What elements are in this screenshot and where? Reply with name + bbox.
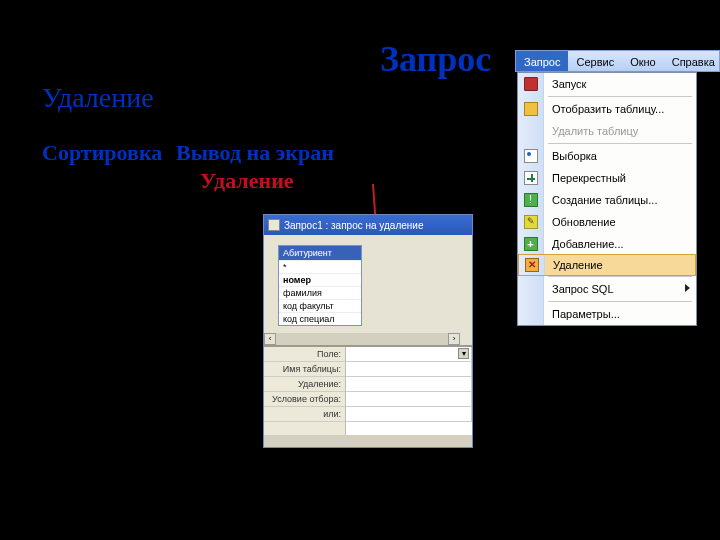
- menu-item-label: Запрос SQL: [544, 283, 696, 295]
- menu-item-label: Создание таблицы...: [544, 194, 696, 206]
- run-icon: [524, 77, 538, 91]
- table-field[interactable]: *: [279, 260, 361, 273]
- grid-cells[interactable]: ▾: [346, 347, 472, 435]
- menu-item-select[interactable]: Выборка: [518, 145, 696, 167]
- update-icon: [524, 215, 538, 229]
- dropdown-menu: Запуск Отобразить таблицу... Удалить таб…: [517, 72, 697, 326]
- menu-item-label: Отобразить таблицу...: [544, 103, 696, 115]
- menu-item-remove-table: Удалить таблицу: [518, 120, 696, 142]
- menu-item-run[interactable]: Запуск: [518, 73, 696, 95]
- crosstab-icon: [524, 171, 538, 185]
- window-icon: [268, 219, 280, 231]
- heading-udalenie: Удаление: [42, 82, 154, 114]
- menubar-item-window[interactable]: Окно: [622, 51, 664, 71]
- h-scrollbar[interactable]: [264, 435, 472, 447]
- scroll-left-icon[interactable]: ‹: [264, 333, 276, 345]
- grid-label-field: Поле:: [264, 347, 345, 362]
- menu-item-label: Удаление: [545, 259, 695, 271]
- menu-item-label: Обновление: [544, 216, 696, 228]
- grid-label-or: или:: [264, 407, 345, 422]
- grid-label-delete: Удаление:: [264, 377, 345, 392]
- grid-row[interactable]: [346, 392, 472, 407]
- grid-row[interactable]: [346, 362, 472, 377]
- menu-item-label: Запуск: [544, 78, 696, 90]
- menu-item-crosstab[interactable]: Перекрестный: [518, 167, 696, 189]
- menubar-item-help[interactable]: Справка: [664, 51, 720, 71]
- window-title: Запрос1 : запрос на удаление: [284, 220, 424, 231]
- submenu-arrow-icon: [685, 284, 690, 292]
- menu-item-label: Удалить таблицу: [544, 125, 696, 137]
- grid-row-labels: Поле: Имя таблицы: Удаление: Условие отб…: [264, 347, 346, 435]
- menubar-item-tools[interactable]: Сервис: [568, 51, 622, 71]
- grid-row[interactable]: ▾: [346, 347, 472, 362]
- menu-item-label: Перекрестный: [544, 172, 696, 184]
- menu-item-show-table[interactable]: Отобразить таблицу...: [518, 98, 696, 120]
- table-field[interactable]: код факульт: [279, 299, 361, 312]
- menubar[interactable]: Запрос Сервис Окно Справка: [515, 50, 720, 72]
- delete-icon: [525, 258, 539, 272]
- menubar-item-query[interactable]: Запрос: [516, 51, 568, 71]
- menu-item-create-table[interactable]: Создание таблицы...: [518, 189, 696, 211]
- slide-title: Запрос: [380, 38, 491, 80]
- menu-item-label: Выборка: [544, 150, 696, 162]
- table-field[interactable]: код специал: [279, 312, 361, 325]
- menu-item-update[interactable]: Обновление: [518, 211, 696, 233]
- select-icon: [524, 149, 538, 163]
- chevron-down-icon[interactable]: ▾: [458, 348, 469, 359]
- h-scrollbar[interactable]: ‹ ›: [264, 333, 460, 345]
- label-udalenie-red: Удаление: [200, 168, 294, 194]
- table-field[interactable]: фамилия: [279, 286, 361, 299]
- grid-label-table: Имя таблицы:: [264, 362, 345, 377]
- menu-item-label: Параметры...: [544, 308, 696, 320]
- table-box[interactable]: Абитуриент * номер фамилия код факульт к…: [278, 245, 362, 326]
- grid-row[interactable]: [346, 377, 472, 392]
- create-table-icon: [524, 193, 538, 207]
- label-sortirovka: Сортировка: [42, 140, 162, 166]
- menu-item-append[interactable]: Добавление...: [518, 233, 696, 255]
- menu-item-delete[interactable]: Удаление: [518, 254, 696, 276]
- grid-label-criteria: Условие отбора:: [264, 392, 345, 407]
- table-field[interactable]: номер: [279, 273, 361, 286]
- window-titlebar[interactable]: Запрос1 : запрос на удаление: [264, 215, 472, 235]
- label-vyvod: Вывод на экран: [176, 140, 334, 166]
- menu-item-sql[interactable]: Запрос SQL: [518, 278, 696, 300]
- show-table-icon: [524, 102, 538, 116]
- query-designer-window: Запрос1 : запрос на удаление Абитуриент …: [263, 214, 473, 448]
- table-box-title: Абитуриент: [279, 246, 361, 260]
- designer-upper-pane[interactable]: Абитуриент * номер фамилия код факульт к…: [264, 235, 472, 345]
- designer-grid[interactable]: Поле: Имя таблицы: Удаление: Условие отб…: [264, 345, 472, 435]
- menu-item-params[interactable]: Параметры...: [518, 303, 696, 325]
- append-icon: [524, 237, 538, 251]
- menu-area: Запрос Сервис Окно Справка Запуск Отобра…: [515, 50, 720, 326]
- grid-row[interactable]: [346, 407, 472, 422]
- menu-item-label: Добавление...: [544, 238, 696, 250]
- scroll-right-icon[interactable]: ›: [448, 333, 460, 345]
